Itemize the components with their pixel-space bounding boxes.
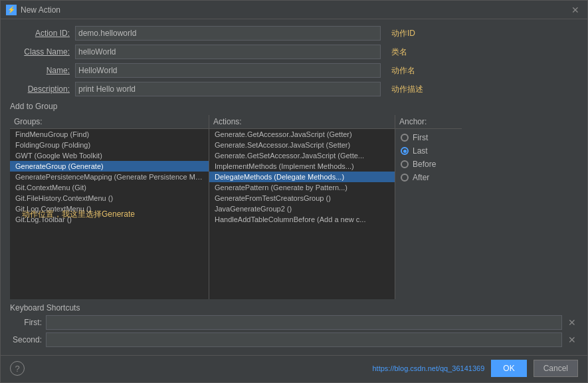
keyboard-second-input[interactable] bbox=[46, 332, 562, 347]
group-item-3[interactable]: GenerateGroup (Generate) bbox=[10, 161, 209, 172]
anchor-after[interactable]: After bbox=[401, 173, 456, 182]
action-item-8[interactable]: HandleAddTableColumnBefore (Add a new c.… bbox=[209, 214, 395, 225]
anchor-last[interactable]: Last bbox=[401, 146, 456, 156]
bottom-right: https://blog.csdn.net/qq_36141369 OK Can… bbox=[372, 360, 578, 377]
anchor-last-radio[interactable] bbox=[401, 147, 409, 155]
anchor-first[interactable]: First bbox=[401, 133, 456, 142]
groups-lists-row: Groups: FindMenuGroup (Find) FoldingGrou… bbox=[10, 115, 578, 299]
action-id-annotation: 动作ID bbox=[391, 28, 415, 39]
dialog-window: ⚡ New Action ✕ Action ID: 动作ID Class Nam… bbox=[0, 0, 588, 383]
add-to-group-row: Add to Group bbox=[10, 100, 578, 111]
groups-list[interactable]: FindMenuGroup (Find) FoldingGroup (Foldi… bbox=[10, 129, 209, 299]
keyboard-shortcuts-label: Keyboard Shortcuts bbox=[10, 303, 578, 313]
keyboard-first-row: First: ✕ bbox=[10, 315, 578, 330]
groups-header: Groups: bbox=[10, 115, 209, 129]
group-item-6[interactable]: Git.FileHistory.ContextMenu () bbox=[10, 193, 209, 203]
group-item-2[interactable]: GWT (Google Web Toolkit) bbox=[10, 150, 209, 161]
anchor-header: Anchor: bbox=[395, 115, 462, 129]
help-button[interactable]: ? bbox=[10, 361, 25, 376]
group-item-4[interactable]: GeneratePersistenceMapping (Generate Per… bbox=[10, 172, 209, 182]
anchor-before-label: Before bbox=[413, 160, 436, 169]
group-item-0[interactable]: FindMenuGroup (Find) bbox=[10, 129, 209, 140]
action-item-0[interactable]: Generate.GetAccessor.JavaScript (Getter) bbox=[209, 129, 395, 140]
window-icon: ⚡ bbox=[6, 5, 17, 15]
add-to-group-label: Add to Group bbox=[10, 102, 57, 111]
anchor-first-radio[interactable] bbox=[401, 134, 409, 142]
anchor-panel: Anchor: First Last Before bbox=[395, 115, 462, 299]
action-id-row: Action ID: 动作ID bbox=[10, 26, 578, 41]
action-id-label: Action ID: bbox=[10, 29, 70, 38]
group-item-7[interactable]: Git.Log.ContextMenu () bbox=[10, 203, 209, 214]
group-item-8[interactable]: Git.Log.Toolbar () bbox=[10, 214, 209, 225]
class-name-label: Class Name: bbox=[10, 47, 70, 57]
window-title: New Action bbox=[21, 5, 60, 15]
anchor-before[interactable]: Before bbox=[401, 160, 456, 169]
anchor-before-radio[interactable] bbox=[401, 160, 409, 168]
groups-area: Groups: FindMenuGroup (Find) FoldingGrou… bbox=[10, 115, 578, 299]
anchor-options: First Last Before After bbox=[395, 129, 462, 186]
name-row: Name: 动作名 bbox=[10, 63, 578, 78]
keyboard-second-clear[interactable]: ✕ bbox=[566, 334, 578, 346]
anchor-after-label: After bbox=[413, 173, 429, 182]
title-bar-left: ⚡ New Action bbox=[6, 5, 60, 15]
title-bar: ⚡ New Action ✕ bbox=[1, 1, 587, 19]
keyboard-section: Keyboard Shortcuts First: ✕ Second: ✕ bbox=[10, 303, 578, 350]
dialog-content: Action ID: 动作ID Class Name: 类名 Name: 动作名… bbox=[1, 19, 587, 355]
footer-link: https://blog.csdn.net/qq_36141369 bbox=[372, 364, 484, 372]
keyboard-first-label: First: bbox=[10, 318, 42, 327]
actions-header: Actions: bbox=[209, 115, 395, 129]
action-item-1[interactable]: Generate.SetAccessor.JavaScript (Setter) bbox=[209, 140, 395, 150]
close-button[interactable]: ✕ bbox=[569, 3, 582, 17]
groups-panel: Groups: FindMenuGroup (Find) FoldingGrou… bbox=[10, 115, 209, 299]
action-id-input[interactable] bbox=[75, 26, 381, 41]
class-name-input[interactable] bbox=[75, 45, 381, 59]
group-item-1[interactable]: FoldingGroup (Folding) bbox=[10, 140, 209, 150]
action-item-4[interactable]: DelegateMethods (Delegate Methods...) bbox=[209, 172, 395, 182]
description-label: Description: bbox=[10, 84, 70, 94]
keyboard-second-row: Second: ✕ bbox=[10, 332, 578, 347]
class-name-row: Class Name: 类名 bbox=[10, 45, 578, 59]
description-row: Description: 动作描述 bbox=[10, 82, 578, 96]
name-annotation: 动作名 bbox=[391, 65, 415, 76]
keyboard-second-label: Second: bbox=[10, 335, 42, 344]
bottom-bar: ? https://blog.csdn.net/qq_36141369 OK C… bbox=[1, 355, 587, 382]
actions-list[interactable]: Generate.GetAccessor.JavaScript (Getter)… bbox=[209, 129, 395, 299]
group-item-5[interactable]: Git.ContextMenu (Git) bbox=[10, 182, 209, 193]
cancel-button[interactable]: Cancel bbox=[534, 360, 578, 377]
ok-button[interactable]: OK bbox=[491, 360, 526, 377]
actions-panel: Actions: Generate.GetAccessor.JavaScript… bbox=[209, 115, 395, 299]
action-item-7[interactable]: JavaGenerateGroup2 () bbox=[209, 203, 395, 214]
name-input[interactable] bbox=[75, 63, 381, 78]
action-item-5[interactable]: GeneratePattern (Generate by Pattern...) bbox=[209, 182, 395, 193]
keyboard-first-clear[interactable]: ✕ bbox=[566, 317, 578, 328]
anchor-last-label: Last bbox=[413, 146, 428, 156]
description-input[interactable] bbox=[75, 82, 381, 96]
anchor-first-label: First bbox=[413, 133, 428, 142]
action-item-6[interactable]: GenerateFromTestCreatorsGroup () bbox=[209, 193, 395, 203]
description-annotation: 动作描述 bbox=[391, 84, 423, 95]
class-name-annotation: 类名 bbox=[391, 47, 407, 58]
action-item-3[interactable]: ImplementMethods (Implement Methods...) bbox=[209, 161, 395, 172]
keyboard-first-input[interactable] bbox=[46, 315, 562, 330]
action-item-2[interactable]: Generate.GetSetAccessor.JavaScript (Gett… bbox=[209, 150, 395, 161]
anchor-after-radio[interactable] bbox=[401, 174, 409, 182]
name-label: Name: bbox=[10, 66, 70, 75]
